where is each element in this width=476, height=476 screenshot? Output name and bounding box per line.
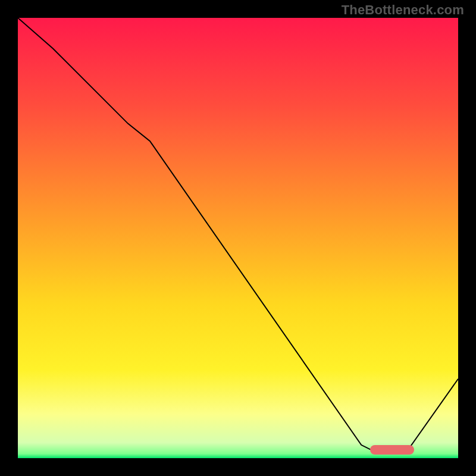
chart-container: TheBottleneck.com <box>0 0 476 476</box>
watermark-text: TheBottleneck.com <box>342 2 464 18</box>
chart-svg <box>18 18 458 458</box>
minimum-marker <box>370 445 414 455</box>
plot-area <box>18 18 458 458</box>
gradient-background <box>18 18 458 458</box>
